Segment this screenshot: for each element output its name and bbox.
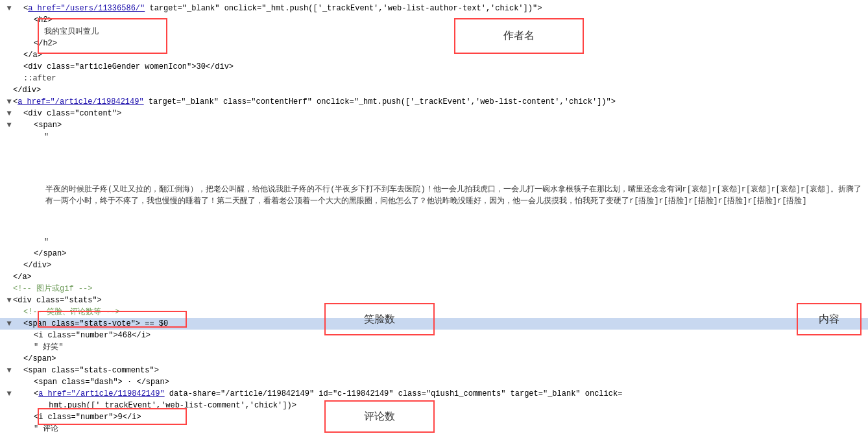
- content-label-box: 内容: [797, 303, 862, 335]
- triangle-10[interactable]: ▼: [5, 108, 13, 119]
- code-line-15: 半夜的时候肚子疼(又吐又拉的，翻江倒海），把老公叫醒，给他说我肚子疼的不行(半夜…: [0, 166, 868, 224]
- code-line-27: </span>: [0, 353, 868, 365]
- code-line-5: </a>: [0, 49, 868, 61]
- code-line-26: " 好笑": [0, 341, 868, 353]
- code-line-7: ::after: [0, 73, 868, 84]
- code-line-28: ▼ <span class="stats-comments">: [0, 365, 868, 376]
- code-line-19: </div>: [0, 260, 868, 271]
- smiley-count-label: 笑脸数: [364, 313, 395, 326]
- code-line-3: 我的宝贝叫萱儿: [0, 26, 868, 38]
- code-area: ▼ <a href="/users/11336586/" target="_bl…: [0, 0, 868, 436]
- code-line-4: </h2>: [0, 38, 868, 49]
- author-name-label: 作者名: [503, 29, 535, 43]
- triangle-22[interactable]: ▼: [5, 295, 13, 306]
- code-line-13: [0, 143, 868, 154]
- code-lines: ▼ <a href="/users/11336586/" target="_bl…: [0, 0, 868, 436]
- triangle-24[interactable]: ▼: [5, 318, 13, 330]
- code-line-12: ": [0, 131, 868, 143]
- code-line-18: </span>: [0, 248, 868, 260]
- code-line-30: ▼ <a href="/article/119842149" data-shar…: [0, 388, 868, 400]
- main-container: ▼ <a href="/users/11336586/" target="_bl…: [0, 0, 868, 436]
- code-line-2: <h2>: [0, 14, 868, 26]
- smiley-label-box: 笑脸数: [324, 303, 435, 335]
- code-line-14: [0, 154, 868, 166]
- triangle-28[interactable]: ▼: [5, 365, 13, 376]
- code-line-10: ▼ <div class="content">: [0, 108, 868, 119]
- code-line-1: ▼ <a href="/users/11336586/" target="_bl…: [0, 3, 868, 14]
- comment-label-box: 评论数: [324, 400, 435, 433]
- content-label: 内容: [819, 313, 839, 326]
- triangle-1[interactable]: ▼: [5, 3, 13, 14]
- code-line-29: <span class="dash"> · </span>: [0, 376, 868, 388]
- code-line-21: <!-- 图片或gif -->: [0, 283, 868, 295]
- triangle-9[interactable]: ▼: [5, 96, 13, 108]
- code-line-6: <div class="articleGender womenIcon">30<…: [0, 61, 868, 73]
- triangle-11[interactable]: ▼: [5, 119, 13, 131]
- code-line-16: [0, 224, 868, 236]
- comment-count-label: 评论数: [364, 410, 395, 424]
- code-line-8: </div>: [0, 84, 868, 96]
- triangle-2: [5, 14, 13, 26]
- triangle-30[interactable]: ▼: [5, 388, 13, 400]
- code-line-20: </a>: [0, 271, 868, 283]
- code-line-9: ▼ <a href="/article/119842149" target="_…: [0, 96, 868, 108]
- code-line-17: ": [0, 236, 868, 248]
- code-line-11: ▼ <span>: [0, 119, 868, 131]
- author-label-box: 作者名: [454, 18, 584, 54]
